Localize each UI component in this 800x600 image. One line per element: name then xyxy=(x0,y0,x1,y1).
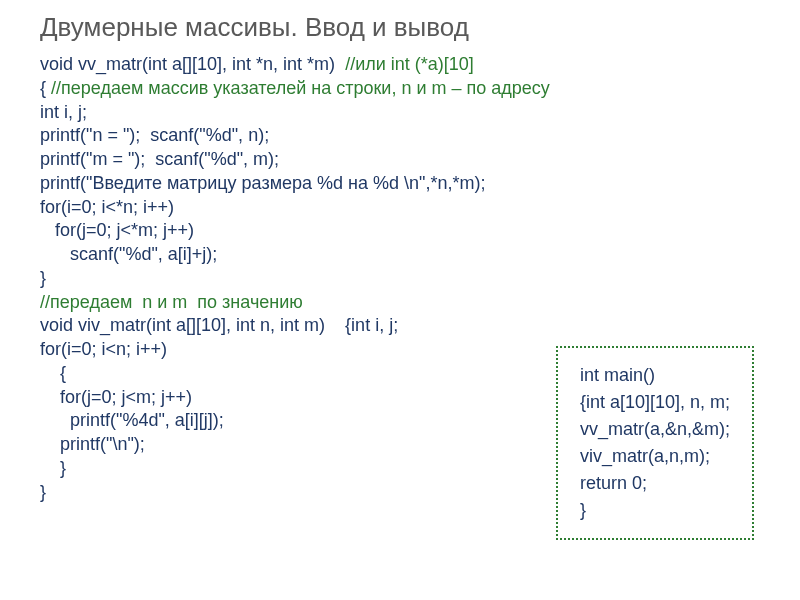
code-line-3: int i, j; xyxy=(40,102,87,122)
main-line-2: {int a[10][10], n, m; xyxy=(580,392,730,412)
slide: Двумерные массивы. Ввод и вывод void vv_… xyxy=(0,0,800,600)
code-line-1: void vv_matr(int a[][10], int *n, int *m… xyxy=(40,54,345,74)
code-line-9: scanf("%d", a[i]+j); xyxy=(40,244,217,264)
code-line-13: for(i=0; i<n; i++) xyxy=(40,339,167,359)
code-line-19: } xyxy=(40,482,46,502)
code-line-16: printf("%4d", a[i][j]); xyxy=(40,410,224,430)
slide-title: Двумерные массивы. Ввод и вывод xyxy=(40,12,760,43)
code-line-8: for(j=0; j<*m; j++) xyxy=(40,220,194,240)
main-function-box: int main() {int a[10][10], n, m; vv_matr… xyxy=(556,346,754,540)
code-line-5: printf("m = "); scanf("%d", m); xyxy=(40,149,279,169)
code-line-10: } xyxy=(40,268,46,288)
code-line-7: for(i=0; i<*n; i++) xyxy=(40,197,174,217)
code-line-2a: { xyxy=(40,78,51,98)
code-line-18: } xyxy=(40,458,66,478)
code-line-17: printf("\n"); xyxy=(40,434,145,454)
comment-2: //передаем массив указателей на строки, … xyxy=(51,78,550,98)
code-line-12: void viv_matr(int a[][10], int n, int m)… xyxy=(40,315,398,335)
code-line-4: printf("n = "); scanf("%d", n); xyxy=(40,125,269,145)
main-line-1: int main() xyxy=(580,365,655,385)
code-line-6: printf("Введите матрицу размера %d на %d… xyxy=(40,173,485,193)
main-line-5: return 0; xyxy=(580,473,647,493)
code-line-14: { xyxy=(40,363,66,383)
comment-1: //или int (*a)[10] xyxy=(345,54,474,74)
main-line-6: } xyxy=(580,500,586,520)
code-line-15: for(j=0; j<m; j++) xyxy=(40,387,192,407)
main-line-4: viv_matr(a,n,m); xyxy=(580,446,710,466)
comment-3: //передаем n и m по значению xyxy=(40,292,303,312)
main-line-3: vv_matr(a,&n,&m); xyxy=(580,419,730,439)
